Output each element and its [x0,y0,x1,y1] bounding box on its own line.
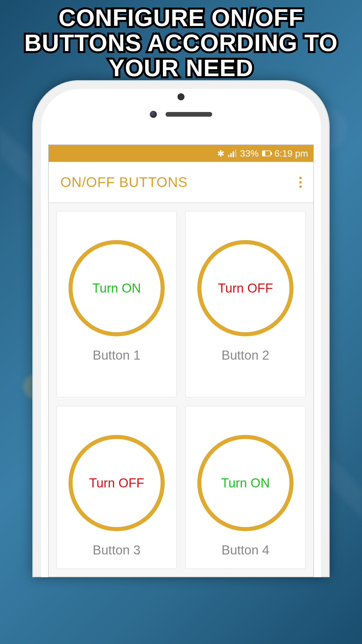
page-title: ON/OFF BUTTONS [60,174,188,190]
promo-headline: CONFIGURE ON/OFF BUTTONS ACCORDING TO YO… [0,0,362,80]
toggle-button-1[interactable]: Turn ON [68,240,165,336]
button-label: Button 2 [222,348,269,363]
status-icons: ✱ 33% 6:19 pm [217,148,308,159]
phone-frame: ✱ 33% 6:19 pm ON/OFF BUTTONS [32,80,330,577]
button-label: Button 4 [222,543,269,557]
sensor-icon [150,111,157,118]
screen: ✱ 33% 6:19 pm ON/OFF BUTTONS [48,144,314,577]
speaker-icon [166,112,212,117]
status-bar: ✱ 33% 6:19 pm [49,145,313,162]
overflow-menu-button[interactable] [296,174,305,191]
clock-time: 6:19 pm [274,148,308,159]
app-bar: ON/OFF BUTTONS [49,162,313,203]
phone-inner: ✱ 33% 6:19 pm ON/OFF BUTTONS [41,89,321,577]
button-card-1: Turn ON Button 1 [56,211,177,398]
camera-icon [178,93,184,100]
battery-icon [262,150,271,156]
dot-icon [299,181,302,183]
button-label: Button 3 [93,543,140,557]
toggle-button-2[interactable]: Turn OFF [197,240,294,336]
button-card-4: Turn ON Button 4 [185,406,306,569]
buttons-grid: Turn ON Button 1 Turn OFF Button 2 Turn … [49,203,313,577]
sensor-row [150,111,212,118]
toggle-button-3[interactable]: Turn OFF [68,435,165,531]
button-card-2: Turn OFF Button 2 [185,211,306,398]
phone-hardware-top [41,121,321,144]
signal-icon [228,150,236,157]
battery-pct: 33% [240,148,259,159]
dot-icon [299,186,302,188]
toggle-button-4[interactable]: Turn ON [197,435,294,531]
button-card-3: Turn OFF Button 3 [56,406,177,569]
bluetooth-icon: ✱ [217,148,224,159]
button-label: Button 1 [93,348,140,363]
dot-icon [299,177,302,179]
